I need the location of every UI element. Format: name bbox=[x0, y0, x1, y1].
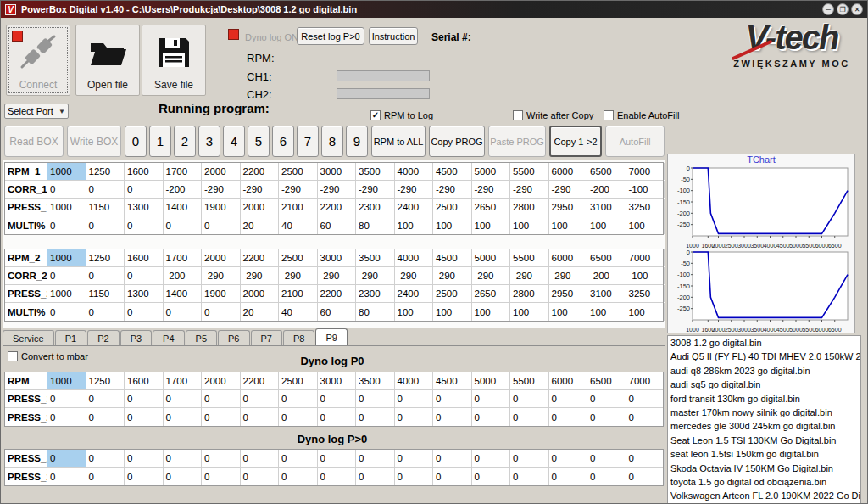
table-cell[interactable]: 0 bbox=[241, 450, 280, 467]
enable-autofill-checkbox[interactable]: Enable AutoFill bbox=[604, 110, 679, 120]
digit-button-8[interactable]: 8 bbox=[321, 126, 343, 157]
file-list-item[interactable]: ford transit 130km go digital.bin bbox=[668, 392, 860, 406]
table-cell[interactable]: 2500 bbox=[279, 372, 318, 389]
table-cell[interactable]: 0 bbox=[86, 303, 125, 321]
table-cell[interactable]: 0 bbox=[202, 468, 241, 485]
copy-1-to-2-button[interactable]: Copy 1->2 bbox=[549, 126, 602, 157]
table-cell[interactable]: 0 bbox=[587, 390, 626, 407]
table-cell[interactable]: -290 bbox=[279, 181, 318, 198]
file-list-item[interactable]: mercedes gle 300d 245km go digital.bin bbox=[668, 419, 860, 433]
table-cell[interactable]: 80 bbox=[356, 216, 395, 234]
table-cell[interactable]: 5000 bbox=[472, 163, 511, 180]
table-cell[interactable]: 100 bbox=[549, 303, 588, 321]
table-cell[interactable]: 0 bbox=[202, 216, 241, 234]
table-cell[interactable]: 0 bbox=[47, 267, 86, 284]
table-cell[interactable]: 2500 bbox=[433, 285, 472, 302]
file-list-item[interactable]: audi q8 286km 2023 go digital.bin bbox=[668, 364, 860, 378]
table-cell[interactable]: 0 bbox=[202, 390, 241, 407]
table-cell[interactable]: 0 bbox=[433, 450, 472, 467]
table-cell[interactable]: 0 bbox=[472, 468, 511, 485]
table-cell[interactable]: 1150 bbox=[86, 199, 125, 216]
table-cell[interactable]: 0 bbox=[279, 408, 318, 426]
table-cell[interactable]: 4000 bbox=[395, 249, 434, 266]
close-button[interactable]: ✕ bbox=[851, 3, 863, 15]
write-after-copy-checkbox[interactable]: Write after Copy bbox=[513, 110, 593, 120]
digit-button-2[interactable]: 2 bbox=[174, 126, 196, 157]
table-cell[interactable]: 5500 bbox=[510, 163, 549, 180]
table-cell[interactable]: 0 bbox=[318, 450, 357, 467]
table-cell[interactable]: -290 bbox=[356, 181, 395, 198]
table-cell[interactable]: 2200 bbox=[318, 199, 357, 216]
table-cell[interactable]: 100 bbox=[510, 303, 549, 321]
table-cell[interactable]: 0 bbox=[626, 408, 665, 426]
table-cell[interactable]: 2500 bbox=[279, 163, 318, 180]
table-cell[interactable]: 20 bbox=[241, 303, 280, 321]
copy-prog-button[interactable]: Copy PROG bbox=[429, 126, 485, 157]
open-file-button[interactable]: Open file bbox=[75, 25, 140, 96]
table-cell[interactable]: 0 bbox=[164, 303, 203, 321]
instruction-button[interactable]: Instruction bbox=[369, 27, 418, 45]
table-cell[interactable]: 1150 bbox=[86, 285, 125, 302]
tab-p4[interactable]: P4 bbox=[153, 330, 184, 345]
tab-p8[interactable]: P8 bbox=[283, 330, 314, 345]
table-cell[interactable]: 0 bbox=[202, 303, 241, 321]
table-cell[interactable]: 0 bbox=[86, 267, 125, 284]
table-cell[interactable]: 100 bbox=[472, 303, 511, 321]
table-cell[interactable]: 0 bbox=[86, 450, 125, 467]
digit-button-1[interactable]: 1 bbox=[149, 126, 171, 157]
table-cell[interactable]: 3250 bbox=[626, 285, 665, 302]
table-cell[interactable]: 20 bbox=[241, 216, 280, 234]
table-cell[interactable]: 80 bbox=[356, 303, 395, 321]
table-cell[interactable]: 3000 bbox=[318, 372, 357, 389]
table-cell[interactable]: 0 bbox=[86, 216, 125, 234]
table-cell[interactable]: -200 bbox=[164, 267, 203, 284]
file-list-item[interactable]: Skoda Octavia IV 150KM Go Digital.bin bbox=[668, 462, 860, 475]
rpm-to-log-checkbox[interactable]: ✓ RPM to Log bbox=[370, 110, 433, 120]
table-cell[interactable]: -290 bbox=[395, 267, 434, 284]
table-cell[interactable]: -100 bbox=[626, 181, 665, 198]
table-cell[interactable]: 1400 bbox=[164, 285, 203, 302]
table-cell[interactable]: 0 bbox=[549, 468, 588, 485]
table-cell[interactable]: 100 bbox=[626, 303, 665, 321]
table-cell[interactable]: 5500 bbox=[510, 372, 549, 389]
table-cell[interactable]: 100 bbox=[433, 303, 472, 321]
table-cell[interactable]: 2000 bbox=[202, 372, 241, 389]
table-cell[interactable]: 2800 bbox=[510, 285, 549, 302]
table-cell[interactable]: 2200 bbox=[241, 249, 280, 266]
table-cell[interactable]: 2950 bbox=[549, 199, 588, 216]
table-cell[interactable]: 1000 bbox=[47, 372, 86, 389]
table-cell[interactable]: 0 bbox=[164, 408, 203, 426]
table-cell[interactable]: 7000 bbox=[626, 372, 665, 389]
table-cell[interactable]: -290 bbox=[433, 181, 472, 198]
table-cell[interactable]: -290 bbox=[241, 267, 280, 284]
table-cell[interactable]: 0 bbox=[356, 408, 395, 426]
table-cell[interactable]: -290 bbox=[318, 181, 357, 198]
file-list-item[interactable]: master 170km nowy silnik go digital.bin bbox=[668, 406, 860, 419]
table-cell[interactable]: 2800 bbox=[510, 199, 549, 216]
table-cell[interactable]: 0 bbox=[164, 468, 203, 485]
table-cell[interactable]: 5000 bbox=[472, 372, 511, 389]
table-cell[interactable]: 5500 bbox=[510, 249, 549, 266]
table-cell[interactable]: 6500 bbox=[587, 249, 626, 266]
table-cell[interactable]: 0 bbox=[395, 390, 434, 407]
table-cell[interactable]: -290 bbox=[395, 181, 434, 198]
table-cell[interactable]: 1400 bbox=[164, 199, 203, 216]
table-cell[interactable]: 0 bbox=[433, 408, 472, 426]
connect-button[interactable]: Connect bbox=[6, 25, 70, 96]
table-cell[interactable]: 7000 bbox=[626, 163, 665, 180]
file-list-item[interactable]: Volkswagen Arteon FL 2.0 190KM 2022 Go D… bbox=[668, 489, 860, 502]
table-cell[interactable]: 0 bbox=[47, 390, 86, 407]
table-cell[interactable]: 0 bbox=[395, 450, 434, 467]
table-cell[interactable]: 6000 bbox=[549, 163, 588, 180]
table-cell[interactable]: 2300 bbox=[356, 285, 395, 302]
table-cell[interactable]: 0 bbox=[47, 216, 86, 234]
file-list-item[interactable]: seat leon 1.5tsi 150km go digital.bin bbox=[668, 447, 860, 461]
table-cell[interactable]: 2400 bbox=[395, 199, 434, 216]
table-cell[interactable]: 2000 bbox=[241, 285, 280, 302]
table-cell[interactable]: 0 bbox=[549, 450, 588, 467]
table-cell[interactable]: 40 bbox=[279, 303, 318, 321]
table-cell[interactable]: 3500 bbox=[356, 163, 395, 180]
table-cell[interactable]: 40 bbox=[279, 216, 318, 234]
table-cell[interactable]: 2950 bbox=[549, 285, 588, 302]
table-cell[interactable]: 1900 bbox=[202, 285, 241, 302]
